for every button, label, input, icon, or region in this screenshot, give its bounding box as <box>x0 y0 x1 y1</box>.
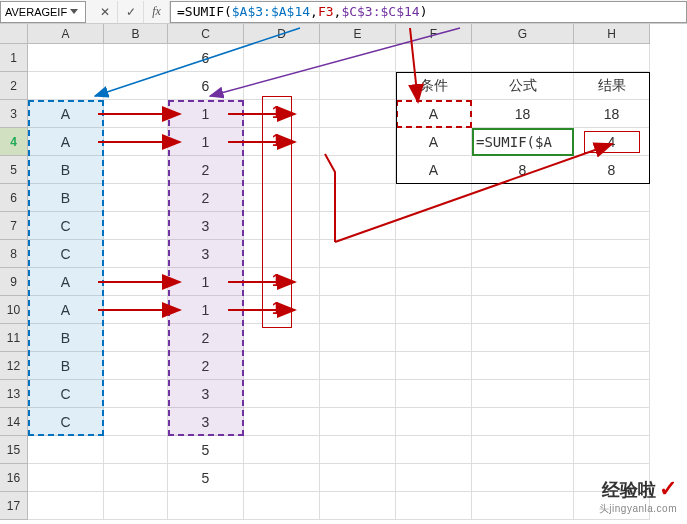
cell-G6[interactable] <box>472 184 574 212</box>
cell-H2[interactable]: 结果 <box>574 72 650 100</box>
cell-A17[interactable] <box>28 492 104 520</box>
cell-A16[interactable] <box>28 464 104 492</box>
cell-G3[interactable]: 18 <box>472 100 574 128</box>
cell-F17[interactable] <box>396 492 472 520</box>
cell-H15[interactable] <box>574 436 650 464</box>
cell-A6[interactable]: B <box>28 184 104 212</box>
cell-B7[interactable] <box>104 212 168 240</box>
cell-G13[interactable] <box>472 380 574 408</box>
cell-D12[interactable] <box>244 352 320 380</box>
cell-E1[interactable] <box>320 44 396 72</box>
col-header-E[interactable]: E <box>320 24 396 44</box>
cell-H9[interactable] <box>574 268 650 296</box>
cell-G8[interactable] <box>472 240 574 268</box>
cell-E3[interactable] <box>320 100 396 128</box>
cell-A14[interactable]: C <box>28 408 104 436</box>
cell-C13[interactable]: 3 <box>168 380 244 408</box>
cell-D5[interactable] <box>244 156 320 184</box>
cell-C15[interactable]: 5 <box>168 436 244 464</box>
cell-D14[interactable] <box>244 408 320 436</box>
cell-F7[interactable] <box>396 212 472 240</box>
cell-C8[interactable]: 3 <box>168 240 244 268</box>
cell-C6[interactable]: 2 <box>168 184 244 212</box>
cell-B5[interactable] <box>104 156 168 184</box>
name-box-dropdown[interactable] <box>67 9 81 15</box>
row-header-3[interactable]: 3 <box>0 100 28 128</box>
cell-D16[interactable] <box>244 464 320 492</box>
cell-B8[interactable] <box>104 240 168 268</box>
cell-G11[interactable] <box>472 324 574 352</box>
cell-F8[interactable] <box>396 240 472 268</box>
cell-D1[interactable] <box>244 44 320 72</box>
cell-E6[interactable] <box>320 184 396 212</box>
select-all-corner[interactable] <box>0 24 28 44</box>
col-header-F[interactable]: F <box>396 24 472 44</box>
formula-input[interactable]: =SUMIF($A$3:$A$14,F3,$C$3:$C$14) <box>170 1 687 23</box>
col-header-C[interactable]: C <box>168 24 244 44</box>
cell-A3[interactable]: A <box>28 100 104 128</box>
cell-C9[interactable]: 1 <box>168 268 244 296</box>
cell-G7[interactable] <box>472 212 574 240</box>
cell-F15[interactable] <box>396 436 472 464</box>
cell-G4[interactable]: =SUMIF($A <box>472 128 574 156</box>
cell-A10[interactable]: A <box>28 296 104 324</box>
cell-H13[interactable] <box>574 380 650 408</box>
cell-B2[interactable] <box>104 72 168 100</box>
cell-D2[interactable] <box>244 72 320 100</box>
cell-F5[interactable]: A <box>396 156 472 184</box>
cell-A11[interactable]: B <box>28 324 104 352</box>
cell-F14[interactable] <box>396 408 472 436</box>
cell-H7[interactable] <box>574 212 650 240</box>
cell-D7[interactable] <box>244 212 320 240</box>
cell-E11[interactable] <box>320 324 396 352</box>
row-header-13[interactable]: 13 <box>0 380 28 408</box>
cell-E7[interactable] <box>320 212 396 240</box>
cell-B1[interactable] <box>104 44 168 72</box>
cell-F13[interactable] <box>396 380 472 408</box>
row-header-4[interactable]: 4 <box>0 128 28 156</box>
cell-G1[interactable] <box>472 44 574 72</box>
cell-G9[interactable] <box>472 268 574 296</box>
cell-H6[interactable] <box>574 184 650 212</box>
cell-B11[interactable] <box>104 324 168 352</box>
cell-A2[interactable] <box>28 72 104 100</box>
cell-C17[interactable] <box>168 492 244 520</box>
cell-H11[interactable] <box>574 324 650 352</box>
cell-C1[interactable]: 6 <box>168 44 244 72</box>
cell-D15[interactable] <box>244 436 320 464</box>
cell-B10[interactable] <box>104 296 168 324</box>
row-header-7[interactable]: 7 <box>0 212 28 240</box>
cell-E2[interactable] <box>320 72 396 100</box>
col-header-D[interactable]: D <box>244 24 320 44</box>
row-header-14[interactable]: 14 <box>0 408 28 436</box>
cell-G5[interactable]: 8 <box>472 156 574 184</box>
row-header-15[interactable]: 15 <box>0 436 28 464</box>
cell-D11[interactable] <box>244 324 320 352</box>
cell-F3[interactable]: A <box>396 100 472 128</box>
cell-B9[interactable] <box>104 268 168 296</box>
cell-B13[interactable] <box>104 380 168 408</box>
cell-A5[interactable]: B <box>28 156 104 184</box>
row-header-9[interactable]: 9 <box>0 268 28 296</box>
cell-B15[interactable] <box>104 436 168 464</box>
cell-H1[interactable] <box>574 44 650 72</box>
cell-C11[interactable]: 2 <box>168 324 244 352</box>
cell-E10[interactable] <box>320 296 396 324</box>
name-box[interactable]: AVERAGEIF <box>0 1 86 23</box>
cell-D8[interactable] <box>244 240 320 268</box>
cell-H12[interactable] <box>574 352 650 380</box>
cell-F9[interactable] <box>396 268 472 296</box>
cell-C10[interactable]: 1 <box>168 296 244 324</box>
cell-F2[interactable]: 条件 <box>396 72 472 100</box>
cell-C3[interactable]: 1 <box>168 100 244 128</box>
cell-C16[interactable]: 5 <box>168 464 244 492</box>
cell-B6[interactable] <box>104 184 168 212</box>
cell-A4[interactable]: A <box>28 128 104 156</box>
row-header-5[interactable]: 5 <box>0 156 28 184</box>
cell-B16[interactable] <box>104 464 168 492</box>
cell-H4[interactable]: 4 <box>574 128 650 156</box>
cell-F4[interactable]: A <box>396 128 472 156</box>
cell-A13[interactable]: C <box>28 380 104 408</box>
cell-H10[interactable] <box>574 296 650 324</box>
cell-G15[interactable] <box>472 436 574 464</box>
